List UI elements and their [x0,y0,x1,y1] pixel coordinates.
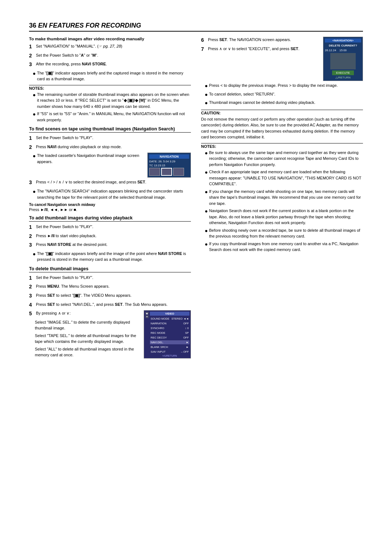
navi-bullet-2: ● The "NAVIGATION SEARCH" indication app… [33,188,191,200]
manual-bullet-1: ● The "[▣]" indicator appears briefly an… [33,70,191,82]
left-column: To make thumbnail images after video rec… [29,37,191,360]
del-thumb-preview [330,53,356,69]
video-menu-mockup: ▣ ▼ VIDEO SOUND MODESTEREO ◄◄ NARRATIONO… [144,310,191,358]
right-step-6: 6 Press SET. The NAVIGATION screen appea… [201,37,320,44]
vm-row-recdecoy: REC DECOYOFF [150,336,189,340]
navi-step-2: 2 Press NAVI during video playback or st… [29,144,191,151]
cancel-nav-text: Press ►/II, ◄◄, ►► or ■. [29,207,191,212]
caution-text: Do not remove the memory card or perform… [201,116,363,140]
add-step-3: 3 Press NAVI STORE at the desired point. [29,242,191,249]
navi-step-3: 3 Press < / > / ∧ / ∨ to select the desi… [29,179,191,186]
navi-bullet-1: ● The loaded cassette's Navigation thumb… [33,153,144,165]
right-note-5: ● Before shooting newly over a recorded … [205,227,363,239]
vm-row-narration: NARRATIONOFF [150,321,189,325]
thumb-3 [173,168,184,176]
manual-step-1: 1 Set "NAVIGATION" to "MANUAL". (☞ pg. 2… [29,43,191,50]
right-note-4: ● Navigation Search does not work if the… [205,208,363,226]
vm-icon-1: ▣ [145,312,149,315]
right-bullet-2: ● To cancel deletion, select "RETURN". [205,91,363,98]
del-step-4: 4 Press SET to select "NAVI.DEL.", and p… [29,301,191,309]
vm-row-savinput: S/AV INPUT– OFF [150,350,189,354]
main-content: To make thumbnail images after video rec… [29,37,363,360]
vm-row-blanksrch: BLANK SRCH► [150,345,189,349]
vm-row-navidel: NAVI.DEL.► [150,340,189,344]
right-bullet-3: ● Thumbnail images cannot be deleted dur… [205,100,363,107]
section-delete-thumbnail: To delete thumbnail images 1 Set the Pow… [29,266,191,360]
add-thumb-title: To add thumbnail images during video pla… [29,215,191,222]
right-step-7: 7 Press ∧ or ∨ to select "EXECUTE", and … [201,46,320,53]
caution-box: CAUTION: Do not remove the memory card o… [201,110,363,140]
manual-note-1: ● The remaining number of storable thumb… [33,92,191,110]
navi-screen-area: NAVIGATION DATE: 26. 5.04 3:29 TC 13:23:… [29,153,191,179]
page-title: 36 EN FEATURES FOR RECORDING [29,22,363,29]
manual-section-title: To make thumbnail images after video rec… [29,37,191,41]
delete-thumb-title: To delete thumbnail images [29,266,191,272]
section-navi-search: To find scenes on tape using thumbnail i… [29,126,191,212]
delete-screen-mockup: <NAVIGATION> DELETE CURRENT? 26.12.24 15… [323,37,363,81]
right-column: <NAVIGATION> DELETE CURRENT? 26.12.24 15… [201,37,363,360]
section-add-thumbnail: To add thumbnail images during video pla… [29,215,191,263]
vm-row-synchro: SYNCHRO↕ 0 [150,326,189,330]
del-step-2: 2 Press MENU. The Menu Screen appears. [29,283,191,291]
add-bullet-1: ● The "[▣]" indicator appears briefly an… [33,251,191,263]
manual-notes: NOTES: ● The remaining number of storabl… [29,85,191,123]
nav-screen-mockup: NAVIGATION DATE: 26. 5.04 3:29 TC 13:23:… [147,153,191,178]
add-step-1: 1 Set the Power Switch to "PLAY". [29,224,191,231]
del-step-5: 5 By pressing ∧ or ∨: [29,310,141,317]
right-note-2: ● Check if an appropriate tape and memor… [205,169,363,187]
right-note-3: ● If you change the memory card while sh… [205,189,363,207]
page-wrapper: 36 EN FEATURES FOR RECORDING To make thu… [29,22,363,360]
cancel-nav-title: To cancel Navigation search midway [29,202,191,207]
add-step-2: 2 Press ►/II to start video playback. [29,233,191,240]
right-bullet-1: ● Press < to display the previous image.… [205,82,363,90]
right-note-6: ● If you copy thumbnail images from one … [205,241,363,253]
thumb-1 [149,168,160,176]
execute-button: EXECUTE [332,70,354,75]
page-header: 36 EN FEATURES FOR RECORDING [29,22,363,32]
navi-step-1: 1 Set the Power Switch to "PLAY". [29,135,191,142]
vm-return: ×/URETURN [150,355,189,357]
manual-note-2: ● If "5S" is set to "5S" or "Anim." in M… [33,111,191,123]
navi-search-title: To find scenes on tape using thumbnail i… [29,126,191,133]
del-subtitle: DELETE CURRENT? [325,44,361,47]
cancel-nav-section: To cancel Navigation search midway Press… [29,202,191,212]
return-label: △/RETURN [325,76,361,79]
thumb-2 [161,168,172,176]
vm-row-recmode: REC MODESP [150,331,189,335]
del-step-1: 1 Set the Power Switch to "PLAY". [29,275,191,282]
manual-step-3: 3 After the recording, press NAVI STORE. [29,61,191,68]
vm-icon-2: ▼ [145,315,149,318]
vm-row-sound: SOUND MODESTEREO ◄◄ [150,317,189,321]
manual-step-2: 2 Set the Power Switch to "A" or "M". [29,52,191,60]
section-manual-thumbnail: To make thumbnail images after video rec… [29,37,191,123]
right-note-1: ● Be sure to always use the same tape an… [205,150,363,168]
del-step5-area: ▣ ▼ VIDEO SOUND MODESTEREO ◄◄ NARRATIONO… [29,310,191,360]
step6-area: <NAVIGATION> DELETE CURRENT? 26.12.24 15… [201,37,363,82]
right-notes-box: NOTES: ● Be sure to always use the same … [201,143,363,253]
del-step-3: 3 Press SET to select "[▣]". The VIDEO M… [29,292,191,300]
